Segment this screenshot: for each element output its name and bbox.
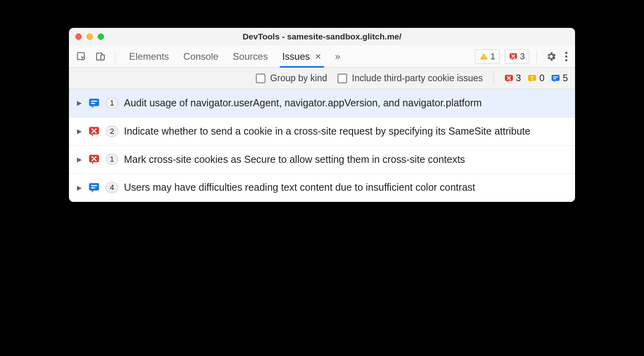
svg-rect-22 [91,185,97,186]
issue-title: Mark cross-site cookies as Secure to all… [124,153,568,166]
more-options-button[interactable] [563,49,569,64]
svg-rect-12 [532,79,532,80]
include-third-party-checkbox[interactable]: Include third-party cookie issues [338,73,483,84]
svg-rect-11 [532,76,532,78]
svg-rect-15 [553,78,556,79]
error-bubble-icon [504,74,514,83]
issue-row[interactable]: ▶ 1 Mark cross-site cookies as Secure to… [69,146,575,174]
tab-sources[interactable]: Sources [233,45,268,67]
errors-counter[interactable]: 3 [505,49,529,64]
error-icon [509,52,518,61]
svg-rect-0 [77,53,84,59]
svg-rect-23 [91,188,95,189]
issue-title: Users may have difficulties reading text… [124,181,568,194]
issue-row[interactable]: ▶ 4 Users may have difficulties reading … [69,174,575,202]
issue-row[interactable]: ▶ 2 Indicate whether to send a cookie in… [69,117,575,146]
svg-rect-2 [101,55,104,60]
count-value: 5 [563,73,568,84]
svg-rect-18 [91,103,95,104]
info-bubble-icon [88,97,100,109]
toolbar-left [75,50,118,63]
issue-kind-counts: 3 0 5 [504,73,568,84]
inspect-element-icon[interactable] [75,50,88,63]
window-zoom-button[interactable] [98,33,104,40]
issue-count-badge: 2 [106,126,118,137]
window-close-button[interactable] [75,33,82,40]
toolbar-right: 1 3 [475,49,570,64]
info-bubble-icon [88,182,100,194]
expand-caret-icon[interactable]: ▶ [76,127,82,135]
device-toolbar-icon[interactable] [94,50,107,63]
tab-label: Console [183,51,218,62]
error-kind-count[interactable]: 3 [504,73,521,84]
issue-count-badge: 4 [106,182,118,193]
issue-row[interactable]: ▶ 1 Audit usage of navigator.userAgent, … [69,89,575,117]
tab-label: Elements [129,51,169,62]
tab-label: Issues [282,51,310,62]
svg-point-6 [565,51,567,54]
errors-count: 3 [520,51,525,62]
svg-rect-3 [483,55,484,57]
traffic-lights [75,33,104,40]
warning-icon [479,52,488,61]
improvement-bubble-icon [527,74,537,83]
info-bubble-icon [551,74,560,83]
error-bubble-icon [88,125,100,137]
tab-label: Sources [233,51,268,62]
close-icon[interactable]: ✕ [315,52,322,61]
window-title: DevTools - samesite-sandbox.glitch.me/ [69,32,575,41]
main-toolbar: Elements Console Sources Issues ✕ » [69,45,575,68]
svg-rect-14 [553,76,558,77]
tab-issues[interactable]: Issues ✕ [282,45,321,67]
panel-tabs: Elements Console Sources Issues ✕ [129,45,322,67]
count-value: 3 [516,73,521,84]
filterbar-separator [493,72,494,84]
expand-caret-icon[interactable]: ▶ [76,184,82,192]
tab-elements[interactable]: Elements [129,45,169,67]
more-tabs-button[interactable]: » [335,51,340,62]
gear-icon [546,51,557,62]
error-bubble-icon [88,153,100,165]
issue-title: Audit usage of navigator.userAgent, navi… [124,96,568,110]
window-minimize-button[interactable] [86,33,93,40]
toolbar-separator [115,51,116,63]
kebab-icon [565,51,568,62]
toolbar-separator [536,51,537,63]
issues-list: ▶ 1 Audit usage of navigator.userAgent, … [69,89,575,202]
svg-point-7 [565,55,567,58]
checkbox-label: Group by kind [270,73,327,84]
titlebar: DevTools - samesite-sandbox.glitch.me/ [69,28,575,45]
checkbox-icon [256,74,265,83]
checkbox-icon [338,74,347,83]
issue-count-badge: 1 [106,154,118,165]
checkbox-label: Include third-party cookie issues [352,73,483,84]
issue-title: Indicate whether to send a cookie in a c… [124,125,568,138]
svg-rect-21 [89,183,99,191]
expand-caret-icon[interactable]: ▶ [76,156,82,163]
info-kind-count[interactable]: 5 [551,73,568,84]
settings-button[interactable] [544,49,558,64]
svg-point-8 [565,59,567,61]
improvement-kind-count[interactable]: 0 [527,73,544,84]
warnings-counter[interactable]: 1 [475,49,500,64]
svg-rect-17 [91,101,97,102]
expand-caret-icon[interactable]: ▶ [76,99,82,107]
group-by-kind-checkbox[interactable]: Group by kind [256,73,327,84]
count-value: 0 [539,73,544,84]
issue-count-badge: 1 [106,98,118,109]
svg-rect-16 [89,99,99,106]
svg-rect-13 [552,75,560,81]
warnings-count: 1 [491,51,495,62]
svg-rect-4 [483,58,484,59]
issues-filter-bar: Group by kind Include third-party cookie… [69,68,575,89]
tab-console[interactable]: Console [183,45,218,67]
devtools-window: DevTools - samesite-sandbox.glitch.me/ E… [69,28,575,202]
